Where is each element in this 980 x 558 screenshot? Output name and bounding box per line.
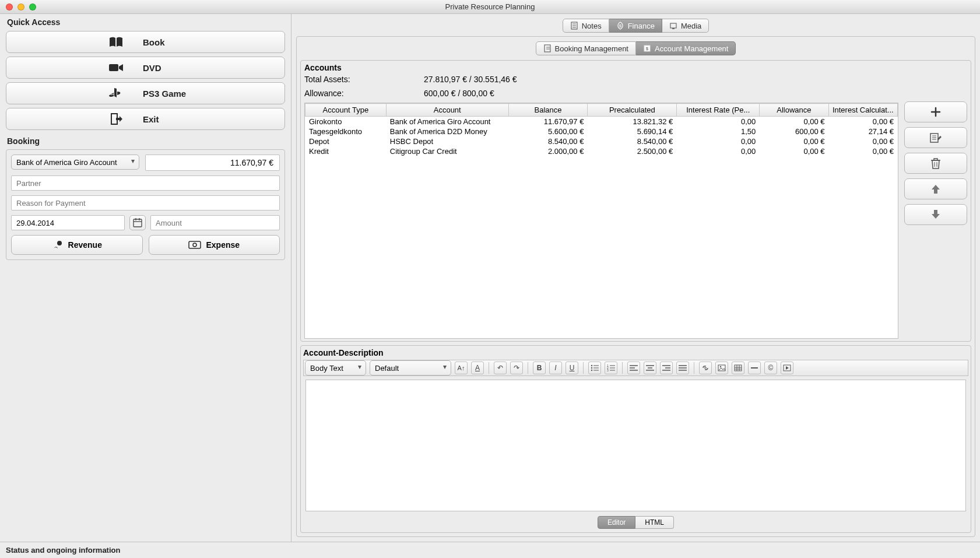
account-side-buttons [904,101,967,339]
media-insert-icon [783,364,791,371]
svg-point-5 [57,241,62,245]
booking-box: Bank of America Giro Account 11.670,97 € [6,149,285,260]
delete-account-button[interactable] [904,153,967,174]
rte-link-button[interactable] [699,362,712,374]
booking-title: Booking [7,136,285,146]
notes-icon [570,22,578,30]
rte-font-select[interactable]: Default [370,360,451,375]
svg-rect-13 [670,23,676,28]
rte-toolbar: Body Text Default A↑ A ↶ ↷ B I U 123 [303,360,968,376]
symbol-icon: © [768,364,774,372]
reason-input[interactable] [11,195,280,210]
exit-button[interactable]: Exit [6,108,285,130]
rte-font-color-button[interactable]: A [471,362,484,374]
view-editor-button[interactable]: Editor [598,516,635,529]
rte-ul-button[interactable] [588,362,601,374]
dvd-button-label: DVD [143,63,161,73]
rte-editor-area[interactable] [305,380,966,511]
table-row[interactable]: DepotHSBC Depot8.540,00 €8.540,00 €0,000… [305,136,898,146]
account-description-box: Account-Description Body Text Default A↑… [300,345,971,533]
tab-notes[interactable]: Notes [563,19,609,33]
col-type[interactable]: Account Type [305,104,387,117]
move-up-button[interactable] [904,178,967,199]
table-row[interactable]: KreditCitigroup Car Credit2.000,00 €2.50… [305,146,898,156]
rte-hr-button[interactable] [748,362,761,374]
total-assets-label: Total Assets: [304,75,371,84]
accounts-table[interactable]: Account Type Account Balance Precalculat… [304,103,898,339]
col-allowance[interactable]: Allowance [760,104,828,117]
rte-bold-button[interactable]: B [533,362,546,374]
move-down-button[interactable] [904,204,967,225]
rte-align-left-button[interactable] [627,362,640,374]
italic-icon: I [554,364,556,372]
view-html-button[interactable]: HTML [635,516,674,529]
rte-symbol-button[interactable]: © [764,362,777,374]
rte-italic-button[interactable]: I [549,362,562,374]
ps3-game-button[interactable]: PS3 Game [6,82,285,104]
accounts-title: Accounts [304,63,898,72]
col-balance[interactable]: Balance [508,104,588,117]
revenue-label: Revenue [68,240,102,250]
svg-point-30 [591,370,592,371]
table-row[interactable]: TagesgeldkontoBank of America D2D Money5… [305,127,898,136]
col-rate[interactable]: Interest Rate (Pe... [677,104,760,117]
expense-button[interactable]: Expense [149,235,280,255]
rte-media-button[interactable] [781,362,793,374]
arrow-down-icon [930,209,941,220]
tab-media[interactable]: Media [662,19,709,33]
tab-account-management[interactable]: $ Account Management [636,41,736,55]
align-right-icon [662,364,670,371]
rte-table-button[interactable] [732,362,744,374]
booking-mgmt-icon [543,44,552,52]
media-icon [669,22,677,30]
left-pane: Quick Access Book DVD PS3 Game Exit [0,14,291,542]
align-center-icon [646,364,654,371]
date-input[interactable] [11,215,125,230]
tab-finance[interactable]: $ Finance [609,19,662,33]
book-button-label: Book [143,37,165,47]
rte-align-justify-button[interactable] [676,362,689,374]
svg-point-51 [720,366,721,367]
ol-icon: 123 [607,364,615,371]
partner-input[interactable] [11,176,280,191]
rte-ol-button[interactable]: 123 [605,362,617,374]
sub-tabs: Booking Management $ Account Management [300,40,971,57]
add-account-button[interactable] [904,101,967,122]
svg-rect-1 [134,219,142,227]
title-bar: Private Resource Planning [0,0,980,14]
svg-rect-14 [672,28,675,29]
col-account[interactable]: Account [386,104,508,117]
col-precalc[interactable]: Precalculated [588,104,677,117]
rte-undo-button[interactable]: ↶ [494,362,507,374]
calendar-button[interactable] [129,215,146,230]
main-panel: Booking Management $ Account Management … [296,36,975,537]
revenue-button[interactable]: Revenue [11,235,143,255]
image-icon [718,364,726,371]
rte-font-larger-button[interactable]: A↑ [455,362,468,374]
view-editor-label: Editor [607,518,626,527]
svg-rect-0 [109,64,118,71]
rte-underline-button[interactable]: U [565,362,578,374]
tab-booking-management[interactable]: Booking Management [536,41,636,55]
tab-account-mgmt-label: Account Management [655,44,728,53]
rte-image-button[interactable] [715,362,728,374]
account-select[interactable]: Bank of America Giro Account [11,155,139,170]
edit-account-button[interactable] [904,127,967,148]
svg-rect-15 [545,45,550,52]
rte-redo-button[interactable]: ↷ [510,362,523,374]
tab-notes-label: Notes [582,22,602,30]
playstation-icon [106,87,127,99]
allowance-label: Allowance: [304,89,371,98]
rte-align-right-button[interactable] [660,362,673,374]
rte-style-select[interactable]: Body Text [305,360,366,375]
dvd-button[interactable]: DVD [6,57,285,79]
trash-icon [930,157,941,169]
book-button[interactable]: Book [6,31,285,53]
align-justify-icon [679,364,687,371]
table-row[interactable]: GirokontoBank of America Giro Account11.… [305,117,898,127]
amount-input[interactable] [150,215,280,230]
font-color-icon: A [475,364,480,372]
rte-align-center-button[interactable] [644,362,656,374]
col-calc[interactable]: Interest Calculat... [828,104,897,117]
top-tabs: Notes $ Finance Media [296,15,975,36]
